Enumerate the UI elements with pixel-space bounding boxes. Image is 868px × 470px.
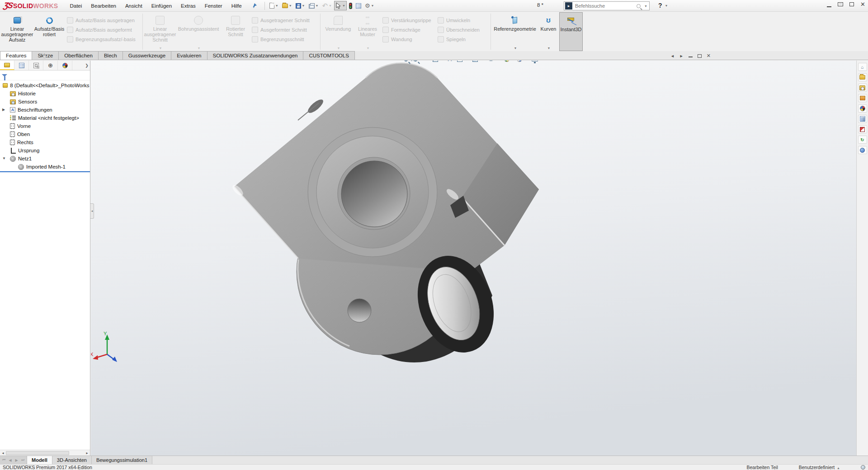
tree-item-sensors[interactable]: Sensors xyxy=(0,98,90,106)
collapse-arrow-icon[interactable]: ▼ xyxy=(2,156,6,160)
menu-einfuegen[interactable]: Einfügen xyxy=(147,1,176,11)
view-orientation-button[interactable]: ▼ xyxy=(456,61,468,63)
next-document-icon[interactable]: ► xyxy=(679,54,684,58)
tab-oberflaechen[interactable]: Oberflächen xyxy=(58,51,99,60)
swept-boss-button[interactable]: Aufsatz/Basis ausgetragen xyxy=(65,15,141,25)
zoom-to-fit-button[interactable] xyxy=(403,61,409,62)
revolved-cut-button[interactable]: Rotierter Schnitt xyxy=(221,12,250,51)
apply-scene-button[interactable]: ▼ xyxy=(516,61,528,63)
lofted-boss-button[interactable]: Aufsatz/Basis ausgeformt xyxy=(65,25,141,34)
search-icon[interactable] xyxy=(637,4,641,8)
rib-button[interactable]: Verstärkungsrippe xyxy=(381,15,436,25)
tree-item-vorne[interactable]: Vorne xyxy=(0,122,90,130)
dimxpert-tab[interactable]: ⊕ xyxy=(43,61,58,70)
restore-width-button[interactable] xyxy=(838,2,843,6)
doc-close-icon[interactable]: ✕ xyxy=(707,53,711,59)
undo-button[interactable]: ↶▼ xyxy=(321,1,333,10)
first-tab-icon[interactable]: ⏮ xyxy=(1,458,7,462)
maximize-restore-button[interactable] xyxy=(849,2,854,6)
tree-item-beschriftungen[interactable]: ▶ A Beschriftungen xyxy=(0,106,90,114)
prev-tab-icon[interactable]: ◀ xyxy=(7,458,13,462)
swept-cut-button[interactable]: Ausgetragener Schnitt xyxy=(250,15,319,25)
linear-pattern-button[interactable]: ▫▫▫▫ Lineares Muster ▼ xyxy=(354,12,381,51)
tree-item-material[interactable]: Material <nicht festgelegt> xyxy=(0,114,90,122)
mirror-button[interactable]: Spiegeln xyxy=(436,34,489,44)
tab-evaluieren[interactable]: Evaluieren xyxy=(171,51,207,60)
filter-funnel-icon[interactable] xyxy=(2,74,7,77)
revolved-boss-button[interactable]: Aufsatz/Basis rotiert xyxy=(33,12,65,51)
graphics-viewport[interactable]: Y X ↶ ✎A ▼ ▼ ▼ ✎ ▼ ▼ xyxy=(91,61,856,456)
instant3d-button[interactable]: Instant3D xyxy=(559,12,583,51)
tab-gusswerkzeuge[interactable]: Gusswerkzeuge xyxy=(123,51,171,60)
scroll-right-icon[interactable]: ▸ xyxy=(84,451,90,455)
zoom-to-area-button[interactable] xyxy=(412,61,419,62)
tab-3d-ansichten[interactable]: 3D-Ansichten xyxy=(52,456,92,464)
rollback-bar[interactable] xyxy=(0,171,90,172)
appearances-scenes-icon[interactable] xyxy=(858,104,867,113)
help-button[interactable]: ? xyxy=(656,2,664,9)
select-button[interactable]: ▼ xyxy=(334,1,347,10)
menu-fenster[interactable]: Fenster xyxy=(200,1,227,11)
file-explorer-icon[interactable] xyxy=(858,84,867,92)
search-input[interactable] xyxy=(574,3,637,9)
menu-datei[interactable]: Datei xyxy=(65,1,86,11)
configurationmanager-tab[interactable] xyxy=(29,61,43,70)
scroll-left-icon[interactable]: ◂ xyxy=(0,451,6,455)
display-state-selector[interactable]: Benutzerdefiniert ▲ xyxy=(799,465,840,470)
pin-menu-icon[interactable] xyxy=(251,3,257,9)
fillet-button[interactable]: Verrundung ▼ xyxy=(322,12,354,51)
draft-button[interactable]: Formschräge xyxy=(381,25,436,34)
forum-icon[interactable] xyxy=(858,146,867,154)
print-button[interactable]: ▼ xyxy=(307,1,320,10)
display-style-button[interactable]: ▼ xyxy=(472,61,484,63)
menu-hilfe[interactable]: Hilfe xyxy=(227,1,246,11)
previous-document-icon[interactable]: ◄ xyxy=(670,54,675,58)
tab-features[interactable]: Features xyxy=(0,51,32,60)
reference-geometry-button[interactable]: Referenzgeometrie ▼ xyxy=(492,12,538,51)
search-options-caret-icon[interactable]: ▼ xyxy=(644,5,647,8)
help-caret-icon[interactable]: ▼ xyxy=(665,4,668,7)
rebuild-button[interactable] xyxy=(348,1,354,10)
tab-blech[interactable]: Blech xyxy=(98,51,123,60)
panel-splitter-dot[interactable] xyxy=(43,55,46,58)
options-button[interactable] xyxy=(354,2,363,10)
new-document-button[interactable]: ▼ xyxy=(268,1,280,10)
process-recycle-icon[interactable]: ↻ xyxy=(858,136,867,144)
tree-item-oben[interactable]: Oben xyxy=(0,130,90,138)
tab-customtools[interactable]: CUSTOMTOOLS xyxy=(303,51,354,60)
view-settings-button[interactable]: ▼ xyxy=(531,61,544,62)
scrollbar-thumb[interactable] xyxy=(6,451,69,455)
tree-horizontal-scrollbar[interactable]: ◂ ▸ xyxy=(0,450,90,456)
panel-collapse-handle[interactable]: ◂ xyxy=(90,203,94,219)
tree-item-imported-mesh[interactable]: Imported Mesh-1 xyxy=(0,163,90,171)
solidworks-resources-icon[interactable]: ⌂ xyxy=(858,63,867,71)
ct-documents-icon[interactable] xyxy=(858,125,867,133)
settings-button[interactable]: ⚙▼ xyxy=(363,1,376,10)
command-search-box[interactable]: ▸ ▼ xyxy=(564,1,650,10)
tree-item-ursprung[interactable]: Ursprung xyxy=(0,146,90,155)
boundary-boss-button[interactable]: Begrenzungsaufsatz/-basis xyxy=(65,34,141,44)
doc-minimize-icon[interactable] xyxy=(689,56,693,57)
tab-zusatzanwendungen[interactable]: SOLIDWORKS Zusatzanwendungen xyxy=(207,51,304,60)
tab-scroll-buttons[interactable]: ⏮ ◀ ▶ ⏭ xyxy=(0,456,27,464)
next-tab-icon[interactable]: ▶ xyxy=(14,458,19,462)
doc-restore-icon[interactable] xyxy=(698,54,702,58)
custom-properties-icon[interactable] xyxy=(858,115,867,123)
minimize-button[interactable] xyxy=(827,6,831,7)
view-palette-icon[interactable] xyxy=(858,94,867,102)
last-tab-icon[interactable]: ⏭ xyxy=(20,458,26,462)
annotation-views-button[interactable]: ✎A xyxy=(442,61,453,63)
expand-arrow-icon[interactable]: ▶ xyxy=(2,108,5,112)
hide-show-items-button[interactable]: ▼ xyxy=(487,61,500,62)
menu-ansicht[interactable]: Ansicht xyxy=(121,1,147,11)
propertymanager-tab[interactable] xyxy=(14,61,29,70)
extruded-cut-button[interactable]: Linear ausgetragener Schnitt ▼ xyxy=(144,12,176,51)
previous-view-button[interactable]: ↶ xyxy=(422,61,429,63)
menu-bearbeiten[interactable]: Bearbeiten xyxy=(86,1,121,11)
save-button[interactable]: ▼ xyxy=(294,2,307,10)
close-button[interactable]: ✕ xyxy=(860,1,865,8)
tree-item-rechts[interactable]: Rechts xyxy=(0,138,90,146)
menu-extras[interactable]: Extras xyxy=(176,1,200,11)
shell-button[interactable]: Wandung xyxy=(381,34,436,44)
featuremanager-tab[interactable] xyxy=(0,61,14,70)
